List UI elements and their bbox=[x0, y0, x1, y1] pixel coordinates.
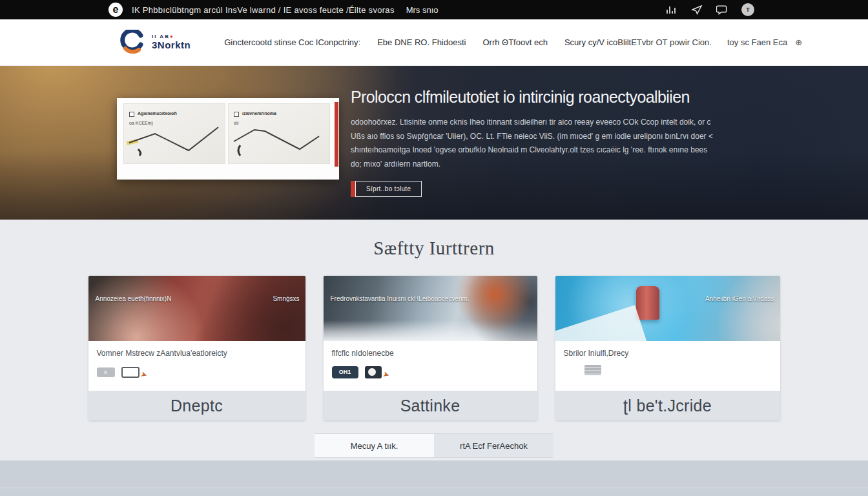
nav-item-3[interactable]: Scury cy/V icoBliltE bbox=[564, 37, 637, 47]
camera-chip-icon[interactable] bbox=[365, 366, 382, 378]
oh1-badge[interactable]: OH1 bbox=[332, 366, 358, 378]
sketch-zigzag-icon bbox=[229, 103, 330, 163]
cards-row: Annozeiea eueth(finnnix)N Smnġsxs Vomner… bbox=[88, 276, 780, 420]
card-showroom[interactable]: Fredrovnkstavantia Inuisni ckHLeiboaocec… bbox=[324, 276, 537, 420]
card3-overlay-right: Anheiibn iGeo aiVirdass bbox=[705, 295, 774, 302]
signal-icon[interactable] bbox=[666, 5, 677, 15]
topbar-logo-icon[interactable]: e bbox=[108, 3, 123, 17]
card2-icons: OH1 ➤ bbox=[332, 365, 529, 379]
hero-title: Prolocсn clfmileutotiet io intircinig ro… bbox=[351, 88, 738, 107]
sketch-image-left: Agıenemuɔıtxoıoñ oa KCEEm) bbox=[123, 103, 225, 164]
printer-icon[interactable] bbox=[584, 365, 601, 375]
page: e IK Phbbıclübtngm arcúl InsVe lwarnd / … bbox=[0, 0, 868, 496]
logo-swoosh-icon bbox=[119, 30, 147, 56]
hero-paragraph: odoohoôrxez. Ltisinite onme cknis Iheo i… bbox=[351, 116, 738, 171]
section-title: Sæftty Iurttrern bbox=[0, 238, 868, 259]
nav-right: Tvbr OT powir Cion. toy sc Faen Eca ⊕ bbox=[637, 37, 802, 47]
card2-footer-label: Sattinke bbox=[400, 397, 460, 415]
card1-footer[interactable]: Dneptc bbox=[88, 391, 305, 420]
cursor-icon: ➤ bbox=[140, 369, 149, 380]
card-machinery-image: Annozeiea eueth(finnnix)N Smnġsxs bbox=[88, 276, 305, 341]
gray-button-icon[interactable] bbox=[97, 367, 115, 377]
card1-body: Vomner Mstrecw zAantvlua'eatloreicty ➤ bbox=[88, 341, 305, 391]
tab-right[interactable]: rtA Ecf FerAechok bbox=[434, 434, 553, 457]
globe-icon[interactable]: ⊕ bbox=[795, 37, 802, 47]
card3-footer[interactable]: ʈl be't.Jcride bbox=[555, 391, 780, 420]
card3-body: Sbrilor Iniulfi,Drecy bbox=[555, 341, 780, 391]
card2-caption: flfcflc nIdolenecbe bbox=[332, 349, 529, 358]
topbar-brand-text: IK Phbbıclübtngm arcúl InsVe lwarnd / IE… bbox=[132, 5, 395, 15]
card1-footer-label: Dneptc bbox=[170, 397, 223, 415]
cursor-icon: ➤ bbox=[382, 369, 391, 380]
sketch-zigzag-icon bbox=[124, 103, 225, 163]
topbar-right-label[interactable]: Mrs snıo bbox=[406, 5, 439, 15]
topbar-social-icons: T bbox=[666, 0, 754, 19]
hero-line-3: shınteıhoamoitga Inoed 'ogvse orbufklo N… bbox=[351, 143, 738, 158]
card1-overlay-left: Annozeiea eueth(finnnix)N bbox=[96, 295, 172, 302]
nav-links: Ginctercootd stinse Coc IConpctriny: Ebe… bbox=[224, 37, 637, 47]
logo-text: II AB● 3Norktn bbox=[152, 34, 191, 50]
card-showroom-image: Fredrovnkstavantia Inuisni ckHLeiboaocec… bbox=[324, 276, 537, 341]
card-machinery[interactable]: Annozeiea eueth(finnnix)N Smnġsxs Vomner… bbox=[88, 276, 305, 420]
send-icon[interactable] bbox=[691, 5, 703, 15]
card2-overlay-left: Fredrovnkstavantia Inuisni ckHLeiboaocec… bbox=[331, 295, 470, 302]
hero-line-1: odoohoôrxez. Ltisinite onme cknis Iheo i… bbox=[351, 116, 738, 130]
hero-section: Agıenemuɔıtxoıoñ oa KCEEm) ızıɐvnemŕınom… bbox=[0, 66, 868, 220]
red-vial-graphic bbox=[636, 286, 659, 320]
cta-label: Síprt..bo tɔlute bbox=[355, 181, 422, 197]
nav-item-0[interactable]: Ginctercootd stinse Coc IConpctriny: bbox=[224, 37, 360, 47]
card1-caption: Vomner Mstrecw zAantvlua'eatloreicty bbox=[97, 349, 297, 358]
footer-band bbox=[0, 460, 868, 496]
hero-content: Prolocсn clfmileutotiet io intircinig ro… bbox=[351, 88, 738, 200]
hero-cta-button[interactable]: Síprt..bo tɔlute bbox=[351, 181, 422, 197]
nav-item-2[interactable]: Orrh ΘTfoovt ech bbox=[482, 37, 547, 47]
window-frame-icon[interactable] bbox=[121, 367, 140, 378]
profile-badge-icon[interactable]: T bbox=[741, 3, 754, 16]
company-logo[interactable]: II AB● 3Norktn bbox=[119, 30, 191, 56]
nav-item-1[interactable]: Ebe DNE RO. Fhidoesti bbox=[377, 37, 466, 47]
card3-footer-label: ʈl be't.Jcride bbox=[623, 397, 712, 415]
card2-footer[interactable]: Sattinke bbox=[324, 391, 537, 420]
cards-section: Sæftty Iurttrern Annozeiea eueth(finnnix… bbox=[0, 220, 868, 460]
tab-left[interactable]: Mecuy A tıık. bbox=[315, 434, 434, 457]
panel-red-edge bbox=[335, 102, 338, 167]
navbar: II AB● 3Norktn Ginctercootd stinse Coc I… bbox=[0, 19, 868, 66]
topbar: e IK Phbbıclübtngm arcúl InsVe lwarnd / … bbox=[0, 0, 868, 19]
logo-text-main: 3Norktn bbox=[152, 40, 191, 50]
hero-line-2: Ußs aıo ffios so Swpŕgńcar 'Uiier), OC. … bbox=[351, 130, 738, 144]
card3-caption: Sbrilor Iniulfi,Drecy bbox=[564, 349, 772, 358]
footer-divider bbox=[0, 488, 868, 488]
bottom-tabs: Mecuy A tıık. rtA Ecf FerAechok bbox=[315, 433, 553, 458]
hero-line-4: do; mıxo' ardılern nartlom. bbox=[351, 158, 738, 172]
card3-icons bbox=[564, 365, 772, 375]
card-research[interactable]: Anheiibn iGeo aiVirdass Sbrilor Iniulfi,… bbox=[555, 276, 780, 420]
paper-graphic bbox=[555, 305, 647, 341]
card-research-image: Anheiibn iGeo aiVirdass bbox=[555, 276, 780, 341]
nav-right-item-0[interactable]: Tvbr OT powir Cion. bbox=[637, 37, 712, 47]
card2-body: flfcflc nIdolenecbe OH1 ➤ bbox=[324, 341, 537, 391]
card1-icons: ➤ bbox=[97, 365, 297, 379]
sketch-image-right: ızıɐvnemŕınoma dıl bbox=[228, 103, 330, 164]
cta-accent-bar bbox=[351, 181, 355, 197]
nav-right-item-1[interactable]: toy sc Faen Eca bbox=[727, 37, 787, 47]
card1-overlay-right: Smnġsxs bbox=[273, 295, 299, 302]
chat-icon[interactable] bbox=[716, 5, 728, 15]
hero-image-panel[interactable]: Agıenemuɔıtxoıoñ oa KCEEm) ızıɐvnemŕınom… bbox=[117, 98, 339, 180]
